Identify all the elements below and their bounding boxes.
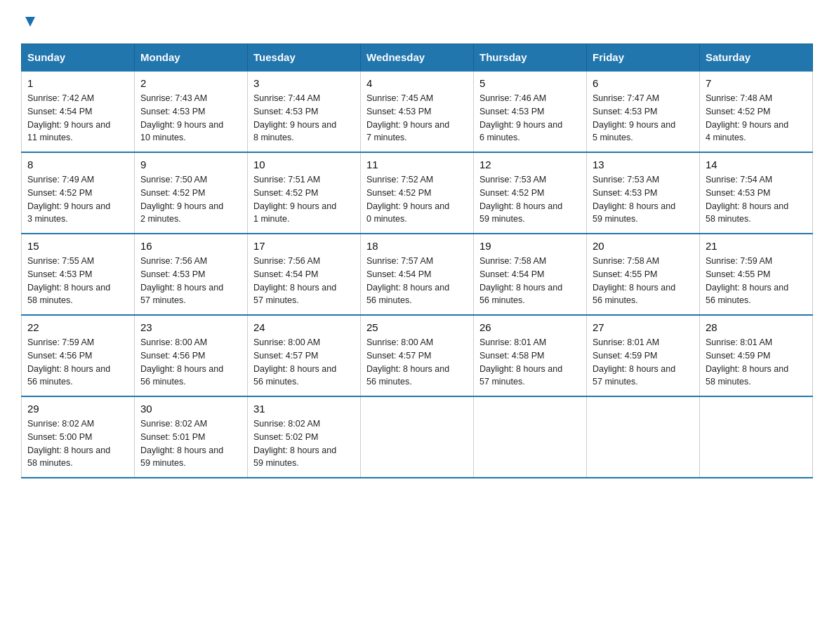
calendar-cell: 14 Sunrise: 7:54 AMSunset: 4:53 PMDaylig… (700, 152, 813, 234)
day-number: 19 (479, 240, 581, 252)
day-info: Sunrise: 7:47 AMSunset: 4:53 PMDaylight:… (593, 92, 694, 145)
day-number: 31 (253, 403, 355, 415)
calendar-cell: 17 Sunrise: 7:56 AMSunset: 4:54 PMDaylig… (248, 234, 361, 315)
calendar-week-row: 29 Sunrise: 8:02 AMSunset: 5:00 PMDaylig… (22, 396, 813, 478)
calendar-cell: 23 Sunrise: 8:00 AMSunset: 4:56 PMDaylig… (135, 315, 248, 396)
day-info: Sunrise: 7:59 AMSunset: 4:55 PMDaylight:… (706, 255, 807, 307)
day-number: 20 (593, 240, 694, 252)
day-number: 6 (593, 77, 694, 89)
calendar-cell: 13 Sunrise: 7:53 AMSunset: 4:53 PMDaylig… (587, 152, 700, 234)
calendar-cell: 19 Sunrise: 7:58 AMSunset: 4:54 PMDaylig… (474, 234, 587, 315)
calendar-week-row: 15 Sunrise: 7:55 AMSunset: 4:53 PMDaylig… (22, 234, 813, 315)
calendar-table: SundayMondayTuesdayWednesdayThursdayFrid… (21, 43, 813, 478)
day-info: Sunrise: 7:44 AMSunset: 4:53 PMDaylight:… (253, 92, 355, 145)
day-number: 18 (366, 240, 468, 252)
calendar-week-row: 22 Sunrise: 7:59 AMSunset: 4:56 PMDaylig… (22, 315, 813, 396)
day-number: 14 (706, 159, 807, 170)
day-info: Sunrise: 7:56 AMSunset: 4:53 PMDaylight:… (140, 255, 241, 307)
calendar-cell: 24 Sunrise: 8:00 AMSunset: 4:57 PMDaylig… (248, 315, 361, 396)
day-info: Sunrise: 7:49 AMSunset: 4:52 PMDaylight:… (27, 173, 128, 226)
day-number: 2 (140, 77, 241, 89)
calendar-cell: 2 Sunrise: 7:43 AMSunset: 4:53 PMDayligh… (135, 71, 248, 152)
calendar-cell: 15 Sunrise: 7:55 AMSunset: 4:53 PMDaylig… (22, 234, 135, 315)
day-number: 17 (253, 240, 355, 252)
svg-marker-0 (25, 17, 35, 27)
day-info: Sunrise: 7:57 AMSunset: 4:54 PMDaylight:… (366, 255, 468, 307)
page-header (21, 14, 813, 29)
day-info: Sunrise: 7:53 AMSunset: 4:52 PMDaylight:… (479, 173, 581, 226)
day-number: 16 (140, 240, 241, 252)
col-header-saturday: Saturday (700, 44, 813, 72)
calendar-cell: 3 Sunrise: 7:44 AMSunset: 4:53 PMDayligh… (248, 71, 361, 152)
calendar-header-row: SundayMondayTuesdayWednesdayThursdayFrid… (22, 44, 813, 72)
day-info: Sunrise: 7:59 AMSunset: 4:56 PMDaylight:… (27, 336, 128, 389)
day-info: Sunrise: 7:55 AMSunset: 4:53 PMDaylight:… (27, 255, 128, 307)
col-header-monday: Monday (135, 44, 248, 72)
day-info: Sunrise: 7:46 AMSunset: 4:53 PMDaylight:… (479, 92, 581, 145)
calendar-cell: 29 Sunrise: 8:02 AMSunset: 5:00 PMDaylig… (22, 396, 135, 478)
day-number: 27 (593, 321, 694, 333)
calendar-cell: 11 Sunrise: 7:52 AMSunset: 4:52 PMDaylig… (361, 152, 474, 234)
day-info: Sunrise: 7:53 AMSunset: 4:53 PMDaylight:… (593, 173, 694, 226)
day-number: 30 (140, 403, 241, 415)
day-info: Sunrise: 7:51 AMSunset: 4:52 PMDaylight:… (253, 173, 355, 226)
day-number: 12 (479, 159, 581, 170)
day-info: Sunrise: 7:50 AMSunset: 4:52 PMDaylight:… (140, 173, 241, 226)
calendar-cell: 28 Sunrise: 8:01 AMSunset: 4:59 PMDaylig… (700, 315, 813, 396)
calendar-cell: 31 Sunrise: 8:02 AMSunset: 5:02 PMDaylig… (248, 396, 361, 478)
calendar-cell: 26 Sunrise: 8:01 AMSunset: 4:58 PMDaylig… (474, 315, 587, 396)
day-number: 23 (140, 321, 241, 333)
calendar-cell: 30 Sunrise: 8:02 AMSunset: 5:01 PMDaylig… (135, 396, 248, 478)
day-number: 15 (27, 240, 128, 252)
day-number: 29 (27, 403, 128, 415)
col-header-sunday: Sunday (22, 44, 135, 72)
calendar-cell: 9 Sunrise: 7:50 AMSunset: 4:52 PMDayligh… (135, 152, 248, 234)
calendar-cell: 7 Sunrise: 7:48 AMSunset: 4:52 PMDayligh… (700, 71, 813, 152)
calendar-week-row: 8 Sunrise: 7:49 AMSunset: 4:52 PMDayligh… (22, 152, 813, 234)
calendar-cell: 21 Sunrise: 7:59 AMSunset: 4:55 PMDaylig… (700, 234, 813, 315)
calendar-cell (587, 396, 700, 478)
day-number: 22 (27, 321, 128, 333)
col-header-thursday: Thursday (474, 44, 587, 72)
col-header-friday: Friday (587, 44, 700, 72)
day-number: 4 (366, 77, 468, 89)
calendar-week-row: 1 Sunrise: 7:42 AMSunset: 4:54 PMDayligh… (22, 71, 813, 152)
calendar-cell (361, 396, 474, 478)
day-info: Sunrise: 8:01 AMSunset: 4:59 PMDaylight:… (593, 336, 694, 389)
day-info: Sunrise: 8:01 AMSunset: 4:59 PMDaylight:… (706, 336, 807, 389)
calendar-cell: 12 Sunrise: 7:53 AMSunset: 4:52 PMDaylig… (474, 152, 587, 234)
calendar-cell: 25 Sunrise: 8:00 AMSunset: 4:57 PMDaylig… (361, 315, 474, 396)
day-number: 1 (27, 77, 128, 89)
calendar-cell: 16 Sunrise: 7:56 AMSunset: 4:53 PMDaylig… (135, 234, 248, 315)
day-number: 7 (706, 77, 807, 89)
logo-arrow-icon (22, 14, 38, 29)
day-info: Sunrise: 7:56 AMSunset: 4:54 PMDaylight:… (253, 255, 355, 307)
day-info: Sunrise: 7:48 AMSunset: 4:52 PMDaylight:… (706, 92, 807, 145)
day-number: 10 (253, 159, 355, 170)
day-number: 21 (706, 240, 807, 252)
day-number: 5 (479, 77, 581, 89)
day-info: Sunrise: 7:52 AMSunset: 4:52 PMDaylight:… (366, 173, 468, 226)
day-info: Sunrise: 7:42 AMSunset: 4:54 PMDaylight:… (27, 92, 128, 145)
day-info: Sunrise: 7:58 AMSunset: 4:54 PMDaylight:… (479, 255, 581, 307)
day-number: 13 (593, 159, 694, 170)
calendar-cell: 18 Sunrise: 7:57 AMSunset: 4:54 PMDaylig… (361, 234, 474, 315)
day-number: 3 (253, 77, 355, 89)
col-header-wednesday: Wednesday (361, 44, 474, 72)
day-info: Sunrise: 8:00 AMSunset: 4:56 PMDaylight:… (140, 336, 241, 389)
day-number: 24 (253, 321, 355, 333)
day-info: Sunrise: 8:02 AMSunset: 5:02 PMDaylight:… (253, 417, 355, 470)
day-number: 26 (479, 321, 581, 333)
day-info: Sunrise: 8:01 AMSunset: 4:58 PMDaylight:… (479, 336, 581, 389)
calendar-cell: 22 Sunrise: 7:59 AMSunset: 4:56 PMDaylig… (22, 315, 135, 396)
calendar-cell (474, 396, 587, 478)
calendar-cell: 20 Sunrise: 7:58 AMSunset: 4:55 PMDaylig… (587, 234, 700, 315)
day-number: 25 (366, 321, 468, 333)
calendar-cell: 8 Sunrise: 7:49 AMSunset: 4:52 PMDayligh… (22, 152, 135, 234)
col-header-tuesday: Tuesday (248, 44, 361, 72)
day-info: Sunrise: 8:00 AMSunset: 4:57 PMDaylight:… (253, 336, 355, 389)
day-info: Sunrise: 8:02 AMSunset: 5:01 PMDaylight:… (140, 417, 241, 470)
calendar-cell: 10 Sunrise: 7:51 AMSunset: 4:52 PMDaylig… (248, 152, 361, 234)
calendar-cell: 27 Sunrise: 8:01 AMSunset: 4:59 PMDaylig… (587, 315, 700, 396)
calendar-cell (700, 396, 813, 478)
